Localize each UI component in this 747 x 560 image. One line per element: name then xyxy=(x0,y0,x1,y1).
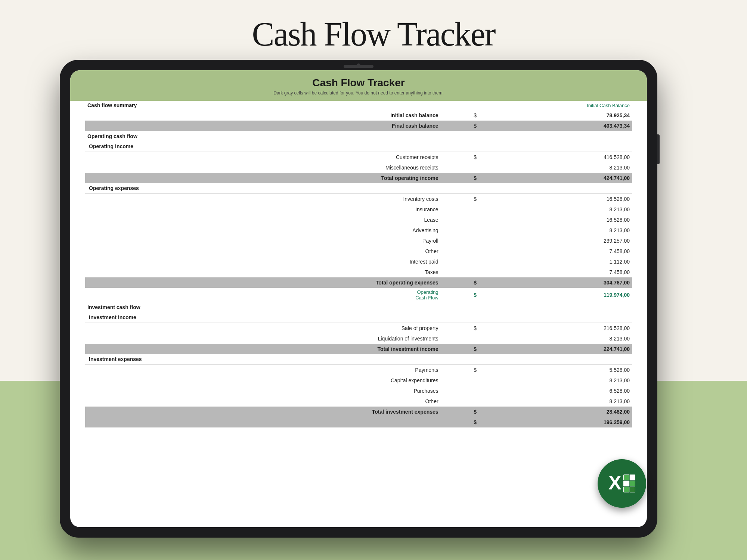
total-operating-income-label: Total operating income xyxy=(85,173,441,183)
excel-logo: X xyxy=(605,470,639,497)
insurance-dollar xyxy=(441,204,479,215)
sale-property-label: Sale of property xyxy=(85,323,441,333)
interest-paid-row: Interest paid 1.112,00 xyxy=(85,256,632,267)
tablet-camera xyxy=(357,63,360,67)
initial-balance-value: 78.925,34 xyxy=(479,110,632,121)
summary-section-label: Cash flow summary xyxy=(85,101,441,110)
operating-cf-sub-value: 119.974,00 xyxy=(479,288,632,302)
advertising-row: Advertising 8.213,00 xyxy=(85,225,632,236)
initial-balance-dollar: $ xyxy=(441,110,479,121)
final-balance-row: Final cash balance $ 403.473,34 xyxy=(85,121,632,131)
investment-expenses-label: Investment expenses xyxy=(85,354,632,365)
total-operating-income-value: 424.741,00 xyxy=(479,173,632,183)
other-investment-row: Other 8.213,00 xyxy=(85,396,632,407)
taxes-dollar xyxy=(441,267,479,277)
lease-row: Lease 16.528,00 xyxy=(85,215,632,225)
investment-cf-value-row: $ 196.259,00 xyxy=(85,417,632,427)
misc-receipts-row: Miscellaneous receipts 8.213,00 xyxy=(85,162,632,173)
total-investment-expenses-row: Total investment expenses $ 28.482,00 xyxy=(85,407,632,417)
investment-cf-label: Investment cash flow xyxy=(85,302,632,312)
sheet-subtitle: Dark gray cells will be calculated for y… xyxy=(85,90,632,96)
operating-income-header: Operating income xyxy=(85,141,632,152)
inventory-costs-value: 16.528,00 xyxy=(479,194,632,204)
final-balance-value: 403.473,34 xyxy=(479,121,632,131)
page-title: Cash Flow Tracker xyxy=(0,0,747,53)
total-operating-expenses-label: Total operating expenses xyxy=(85,277,441,288)
total-operating-expenses-value: 304.767,00 xyxy=(479,277,632,288)
operating-cf-label: Operating cash flow xyxy=(85,131,632,141)
total-investment-income-row: Total investment income $ 224.741,00 xyxy=(85,344,632,354)
interest-paid-label: Interest paid xyxy=(85,256,441,267)
initial-balance-row: Initial cash balance $ 78.925,34 xyxy=(85,110,632,121)
liquidation-dollar xyxy=(441,333,479,344)
payments-value: 5.528,00 xyxy=(479,365,632,375)
taxes-value: 7.458,00 xyxy=(479,267,632,277)
payments-label: Payments xyxy=(85,365,441,375)
total-investment-expenses-value: 28.482,00 xyxy=(479,407,632,417)
total-operating-income-row: Total operating income $ 424.741,00 xyxy=(85,173,632,183)
other-investment-label: Other xyxy=(85,396,441,407)
operating-expenses-label: Operating expenses xyxy=(85,183,632,194)
total-operating-expenses-dollar: $ xyxy=(441,277,479,288)
operating-cf-header: Operating cash flow xyxy=(85,131,632,141)
insurance-value: 8.213,00 xyxy=(479,204,632,215)
taxes-row: Taxes 7.458,00 xyxy=(85,267,632,277)
tablet-side-button xyxy=(657,134,660,164)
total-operating-income-dollar: $ xyxy=(441,173,479,183)
purchases-dollar xyxy=(441,386,479,396)
other-operating-value: 7.458,00 xyxy=(479,246,632,256)
payroll-dollar xyxy=(441,236,479,246)
liquidation-row: Liquidation of investments 8.213,00 xyxy=(85,333,632,344)
operating-cf-sub-dollar: $ xyxy=(441,288,479,302)
final-balance-dollar: $ xyxy=(441,121,479,131)
lease-dollar xyxy=(441,215,479,225)
misc-receipts-label: Miscellaneous receipts xyxy=(85,162,441,173)
capex-dollar xyxy=(441,375,479,386)
excel-icon: X xyxy=(598,459,646,508)
total-investment-income-value: 224.741,00 xyxy=(479,344,632,354)
svg-rect-7 xyxy=(624,487,629,492)
advertising-dollar xyxy=(441,225,479,236)
total-operating-expenses-row: Total operating expenses $ 304.767,00 xyxy=(85,277,632,288)
operating-expenses-header: Operating expenses xyxy=(85,183,632,194)
final-balance-text: Final cash balance xyxy=(85,121,441,131)
advertising-value: 8.213,00 xyxy=(479,225,632,236)
initial-balance-label: Initial Cash Balance xyxy=(441,101,632,110)
payments-dollar: $ xyxy=(441,365,479,375)
capex-row: Capital expenditures 8.213,00 xyxy=(85,375,632,386)
other-operating-dollar xyxy=(441,246,479,256)
customer-receipts-dollar: $ xyxy=(441,152,479,162)
operating-cf-value-row: OperatingCash Flow $ 119.974,00 xyxy=(85,288,632,302)
operating-income-label: Operating income xyxy=(85,141,632,152)
capex-label: Capital expenditures xyxy=(85,375,441,386)
customer-receipts-label: Customer receipts xyxy=(85,152,441,162)
investment-income-header: Investment income xyxy=(85,312,632,323)
spreadsheet: Cash Flow Tracker Dark gray cells will b… xyxy=(70,70,647,527)
total-investment-expenses-label: Total investment expenses xyxy=(85,407,441,417)
advertising-label: Advertising xyxy=(85,225,441,236)
inventory-costs-label: Inventory costs xyxy=(85,194,441,204)
payroll-label: Payroll xyxy=(85,236,441,246)
taxes-label: Taxes xyxy=(85,267,441,277)
purchases-row: Purchases 6.528,00 xyxy=(85,386,632,396)
tablet-container: Cash Flow Tracker Dark gray cells will b… xyxy=(60,60,717,560)
svg-rect-6 xyxy=(630,481,635,486)
other-operating-label: Other xyxy=(85,246,441,256)
total-investment-income-label: Total investment income xyxy=(85,344,441,354)
svg-text:X: X xyxy=(608,472,622,494)
summary-header-row: Cash flow summary Initial Cash Balance xyxy=(85,101,632,110)
initial-balance-text: Initial cash balance xyxy=(85,110,441,121)
payments-row: Payments $ 5.528,00 xyxy=(85,365,632,375)
sheet-title: Cash Flow Tracker xyxy=(85,77,632,89)
sale-property-dollar: $ xyxy=(441,323,479,333)
other-investment-dollar xyxy=(441,396,479,407)
investment-cf-header: Investment cash flow xyxy=(85,302,632,312)
svg-rect-8 xyxy=(630,487,635,492)
investment-cf-value-label xyxy=(85,417,441,427)
other-operating-row: Other 7.458,00 xyxy=(85,246,632,256)
liquidation-label: Liquidation of investments xyxy=(85,333,441,344)
other-investment-value: 8.213,00 xyxy=(479,396,632,407)
interest-paid-value: 1.112,00 xyxy=(479,256,632,267)
payroll-value: 239.257,00 xyxy=(479,236,632,246)
payroll-row: Payroll 239.257,00 xyxy=(85,236,632,246)
